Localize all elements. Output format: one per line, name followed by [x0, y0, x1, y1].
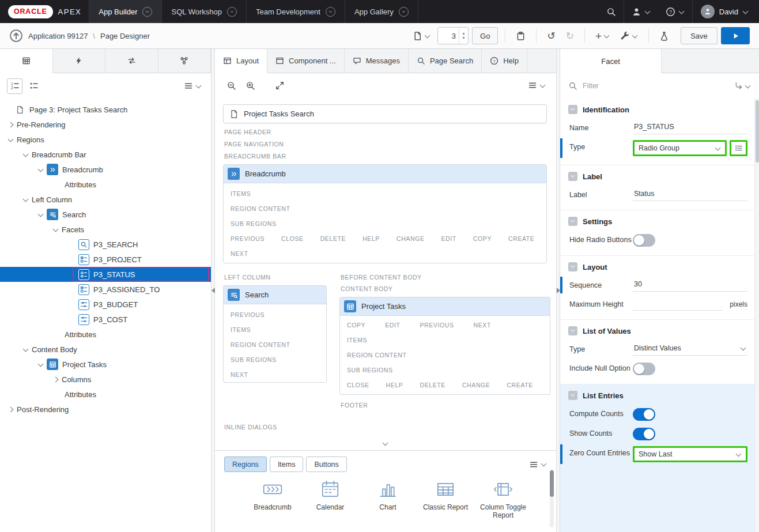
scroll-more-indicator[interactable]: [383, 438, 388, 448]
toggle-show-counts[interactable]: [633, 428, 655, 440]
gallery-menu-button[interactable]: [529, 460, 547, 469]
chevron-down-icon[interactable]: [399, 7, 409, 17]
region-slot-label[interactable]: NEXT: [224, 367, 326, 382]
chevron-down-icon[interactable]: [38, 362, 44, 367]
tab-team-development[interactable]: Team Development: [246, 0, 345, 23]
chevron-down-icon[interactable]: [227, 7, 237, 17]
button-position-label[interactable]: EDIT: [441, 235, 456, 242]
region-slot-label[interactable]: ITEMS: [224, 322, 326, 337]
tree-item-content-body[interactable]: Content Body: [0, 342, 211, 357]
tree-item-attributes[interactable]: Attributes: [0, 327, 211, 342]
gallery-tab-buttons[interactable]: Buttons: [306, 456, 346, 472]
tree-item-columns[interactable]: Columns: [0, 372, 211, 387]
chevron-right-icon[interactable]: [8, 407, 14, 412]
select-type[interactable]: Radio Group: [633, 140, 727, 156]
button-position-label[interactable]: HELP: [386, 382, 403, 388]
save-button[interactable]: Save: [681, 27, 718, 44]
search-region-header[interactable]: Search: [224, 286, 326, 304]
button-position-label[interactable]: PREVIOUS: [231, 235, 265, 242]
input-name[interactable]: P3_STATUS: [633, 121, 747, 134]
select-type[interactable]: Distinct Values: [633, 342, 747, 356]
section-header-list-of-values[interactable]: List of Values: [560, 321, 754, 339]
tab-sql-workshop[interactable]: SQL Workshop: [161, 0, 246, 23]
tree-item-p3-project[interactable]: P3_PROJECT: [0, 252, 211, 267]
section-header-identification[interactable]: Identification: [560, 100, 754, 118]
project-tasks-region[interactable]: Project Tasks COPYEDITPREVIOUSNEXT ITEMS…: [339, 297, 550, 395]
collapse-left-icon[interactable]: [212, 288, 215, 293]
chevron-right-icon[interactable]: [8, 122, 14, 127]
section-header-label[interactable]: Label: [560, 167, 754, 185]
button-position-label[interactable]: COPY: [347, 322, 365, 329]
search-region[interactable]: Search PREVIOUSITEMSREGION CONTENTSUB RE…: [223, 285, 327, 383]
button-position-label[interactable]: DELETE: [320, 235, 346, 242]
region-slot-label[interactable]: SUB REGIONS: [340, 363, 550, 378]
region-slot-label[interactable]: SUB REGIONS: [224, 352, 326, 367]
application-up-icon[interactable]: [9, 29, 23, 43]
collapse-icon[interactable]: [568, 262, 577, 271]
page-number-spinner[interactable]: ▲▼: [459, 28, 468, 44]
tree-item-page-3-project-tasks-search[interactable]: Page 3: Project Tasks Search: [0, 102, 211, 117]
search-button[interactable]: [599, 0, 624, 23]
tree-item-p3-budget[interactable]: P3_BUDGET: [0, 297, 211, 312]
chevron-down-icon[interactable]: [38, 212, 44, 217]
chevron-down-icon[interactable]: [38, 167, 44, 172]
tree-item-attributes[interactable]: Attributes: [0, 177, 211, 192]
region-slot-label[interactable]: REGION CONTENT: [340, 348, 550, 363]
layout-menu-button[interactable]: [526, 78, 548, 92]
tree-menu-button[interactable]: [182, 79, 204, 93]
left-splitter[interactable]: [211, 49, 215, 532]
tree-item-attributes[interactable]: Attributes: [0, 387, 211, 402]
tab-page-shared-components[interactable]: [158, 49, 212, 73]
tree-item-search[interactable]: Search: [0, 207, 211, 222]
button-position-label[interactable]: CLOSE: [281, 235, 304, 242]
button-position-label[interactable]: NEXT: [474, 322, 491, 329]
tab-facet[interactable]: Facet: [560, 49, 662, 73]
tab-rendering[interactable]: [0, 49, 53, 73]
chevron-down-icon[interactable]: [326, 7, 335, 17]
section-header-list-entries[interactable]: List Entries: [560, 386, 754, 404]
chevron-down-icon[interactable]: [53, 227, 59, 232]
select-zero-count-entries[interactable]: Show Last: [633, 446, 747, 462]
region-slot-label[interactable]: REGION CONTENT: [224, 201, 546, 216]
breadcrumb-application-link[interactable]: Application 99127: [28, 32, 88, 40]
toggle-hide-radio-buttons[interactable]: [633, 234, 655, 247]
right-splitter[interactable]: [556, 49, 560, 532]
chevron-right-icon[interactable]: [53, 377, 59, 382]
right-scrollbar[interactable]: [754, 99, 759, 532]
tab-component-view[interactable]: Component ...: [267, 49, 345, 73]
button-position-label[interactable]: COPY: [473, 235, 492, 242]
button-position-label[interactable]: CREATE: [507, 382, 533, 388]
go-button[interactable]: Go: [472, 27, 498, 44]
region-slot-label[interactable]: ITEMS: [224, 186, 546, 201]
tree-item-breadcrumb[interactable]: Breadcrumb: [0, 162, 211, 177]
gallery-tab-regions[interactable]: Regions: [224, 456, 267, 472]
zoom-in-button[interactable]: [242, 77, 259, 94]
chevron-down-icon[interactable]: [23, 197, 29, 202]
button-position-label[interactable]: EDIT: [385, 322, 400, 329]
redo-button[interactable]: ↻: [562, 27, 577, 44]
shared-components-button[interactable]: [656, 27, 673, 44]
input-maximum-height[interactable]: [633, 297, 723, 311]
tree-item-pre-rendering[interactable]: Pre-Rendering: [0, 117, 211, 132]
tree-item-p3-search[interactable]: P3_SEARCH: [0, 237, 211, 252]
section-header-layout[interactable]: Layout: [560, 257, 754, 276]
undo-button[interactable]: ↺: [543, 27, 558, 44]
tab-processing[interactable]: [105, 49, 158, 73]
create-menu-button[interactable]: +: [592, 27, 613, 44]
list-of-values-button[interactable]: [730, 140, 747, 156]
help-menu-button[interactable]: ?: [658, 0, 692, 23]
zoom-out-button[interactable]: [223, 77, 240, 94]
collapse-icon[interactable]: [568, 326, 577, 335]
button-position-label[interactable]: CHANGE: [397, 235, 425, 242]
gallery-tab-items[interactable]: Items: [270, 456, 304, 472]
project-tasks-region-header[interactable]: Project Tasks: [340, 297, 550, 316]
page-copy-button[interactable]: [512, 27, 529, 44]
collapse-icon[interactable]: [568, 105, 577, 114]
gallery-item-breadcrumb[interactable]: Breadcrumb: [244, 479, 301, 520]
collapse-icon[interactable]: [568, 172, 577, 181]
expand-button[interactable]: [271, 77, 288, 94]
button-position-label[interactable]: CLOSE: [347, 382, 369, 388]
tree-order-button[interactable]: 12: [7, 78, 22, 94]
tab-messages[interactable]: Messages: [345, 49, 409, 73]
property-filter-input[interactable]: [583, 82, 729, 90]
